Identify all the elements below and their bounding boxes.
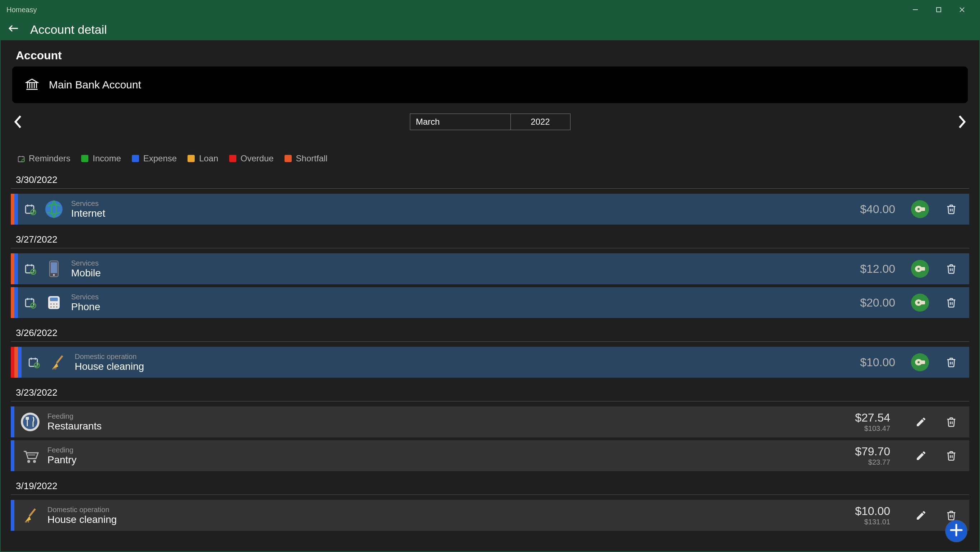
svg-line-68 [29,520,29,523]
transaction-row[interactable]: FeedingRestaurants$27.54$103.47 [11,407,969,437]
delete-button[interactable] [943,414,959,430]
transaction-text: FeedingRestaurants [48,412,102,432]
svg-point-41 [56,303,57,305]
transaction-body: ServicesMobile$12.00 [18,254,969,284]
transaction-row[interactable]: Domestic operationHouse cleaning$10.00 [11,347,969,378]
edit-button[interactable] [913,414,929,430]
transaction-category: Domestic operation [75,353,144,361]
shortfall-swatch [285,155,292,162]
transaction-name: Internet [71,208,105,219]
transaction-body: Domestic operationHouse cleaning$10.00$1… [14,500,969,531]
edit-button[interactable] [913,507,929,523]
month-selector[interactable]: March [410,114,511,130]
transaction-name: Restaurants [48,420,102,432]
transaction-body: FeedingRestaurants$27.54$103.47 [14,407,969,437]
legend: Reminders Income Expense Loan Overdue Sh… [11,151,969,168]
income-swatch [81,155,88,162]
transaction-amount: $40.00 [860,203,895,216]
transaction-balance: $103.47 [864,424,890,433]
svg-rect-1 [937,8,941,12]
year-selector[interactable]: 2022 [511,114,570,130]
stripe [11,254,14,284]
mobile-icon [44,259,64,279]
transaction-body: ServicesPhone$20.00 [18,287,969,318]
add-transaction-button[interactable] [945,520,967,542]
overdue-swatch [229,155,236,162]
pay-button[interactable] [911,200,929,218]
svg-point-64 [33,460,36,463]
maximize-button[interactable] [927,1,950,19]
reminder-icon [24,262,37,275]
back-button[interactable] [8,22,19,36]
transaction-text: Domestic operationHouse cleaning [48,506,117,525]
transaction-name: House cleaning [75,361,144,372]
svg-rect-57 [921,361,925,364]
prev-period-button[interactable] [10,113,27,131]
transaction-name: Mobile [71,267,100,279]
svg-line-65 [29,509,35,516]
category-stripes [11,407,14,437]
delete-button[interactable] [943,354,959,370]
account-name: Main Bank Account [49,79,141,91]
transaction-amount: $20.00 [860,296,895,310]
delete-button[interactable] [943,448,959,464]
broom-icon [48,352,68,372]
svg-line-52 [57,356,62,363]
transaction-row[interactable]: ServicesPhone$20.00 [11,287,969,318]
edit-button[interactable] [913,448,929,464]
delete-button[interactable] [943,201,959,217]
transaction-amount: $27.54 [855,411,890,424]
stripe [11,440,14,471]
transaction-body: ServicesInternet$40.00 [18,194,969,225]
transaction-amount-col: $79.70$23.77 [855,445,890,466]
legend-overdue-label: Overdue [241,153,274,164]
stripe [11,194,14,225]
svg-line-53 [52,368,53,369]
date-header: 3/30/2022 [11,168,969,189]
delete-button[interactable] [943,261,959,277]
transaction-row[interactable]: Domestic operationHouse cleaning$10.00$1… [11,500,969,531]
transaction-text: ServicesInternet [71,199,105,219]
transaction-text: ServicesPhone [71,293,100,313]
transaction-name: Pantry [48,454,76,466]
svg-rect-38 [50,298,58,301]
pay-button[interactable] [911,260,929,278]
transaction-body: FeedingPantry$79.70$23.77 [14,440,969,471]
close-button[interactable] [950,1,974,19]
delete-button[interactable] [943,295,959,311]
category-stripes [11,347,22,378]
reminder-icon [27,356,40,369]
svg-rect-28 [51,262,57,273]
transaction-row[interactable]: ServicesInternet$40.00 [11,194,969,225]
category-stripes [11,194,18,225]
svg-point-32 [918,268,920,270]
account-card[interactable]: Main Bank Account [12,67,968,103]
transaction-list[interactable]: 3/30/2022ServicesInternet$40.003/27/2022… [11,168,969,547]
transaction-text: FeedingPantry [48,446,76,466]
stripe [14,347,18,378]
legend-loan-label: Loan [199,153,218,164]
calendar-reminder-icon [17,155,24,162]
transaction-row[interactable]: FeedingPantry$79.70$23.77 [11,440,969,471]
svg-point-22 [918,208,920,210]
transaction-category: Services [71,293,100,301]
legend-income-label: Income [93,153,121,164]
transaction-amount-col: $20.00 [860,296,895,310]
transaction-row[interactable]: ServicesMobile$12.00 [11,254,969,284]
transaction-amount: $10.00 [860,356,895,369]
legend-income: Income [81,153,121,164]
app-header: Account detail [1,19,979,40]
pay-button[interactable] [911,353,929,371]
period-selector: March 2022 [410,113,571,130]
transaction-balance: $131.01 [864,518,890,526]
transaction-category: Feeding [48,412,102,420]
plus-icon [949,523,964,540]
minimize-button[interactable] [904,1,927,19]
legend-expense: Expense [132,153,177,164]
svg-rect-31 [921,267,925,271]
stripe [14,254,18,284]
svg-point-29 [53,274,55,276]
category-stripes [11,287,18,318]
pay-button[interactable] [911,294,929,311]
next-period-button[interactable] [953,113,970,131]
